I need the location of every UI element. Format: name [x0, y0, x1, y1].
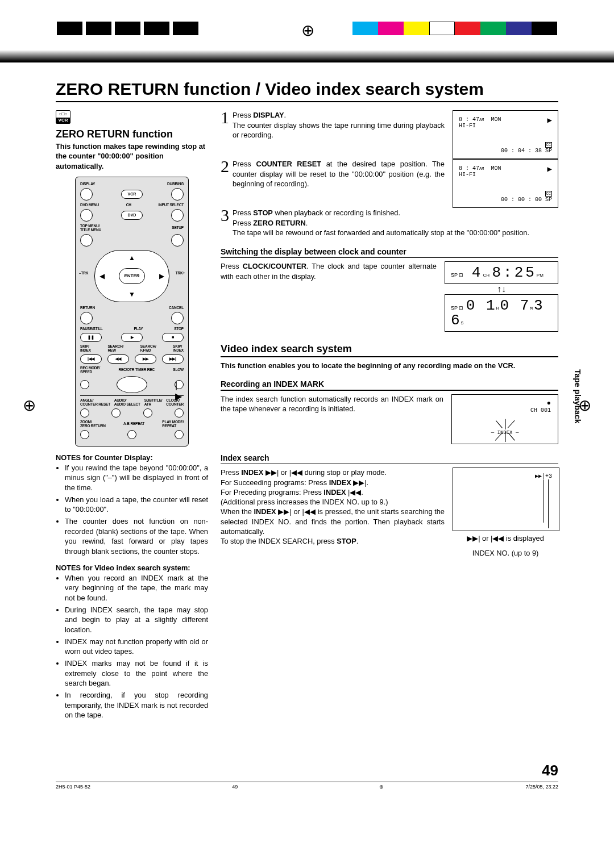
step-1: 1 Press DISPLAY. The counter display sho…	[221, 110, 445, 140]
print-registration-area: ⊕	[0, 0, 614, 62]
switch-display-heading: Switching the display between clock and …	[221, 247, 558, 256]
osd-caption-2: INDEX NO. (up to 9)	[453, 548, 558, 558]
title-rule	[56, 101, 558, 102]
osd-display-2: 8 : 47AM MON HI-FI ▶ CC00 : 00 : 00 SP	[453, 159, 558, 208]
section-rule	[221, 257, 558, 258]
osd-caption-1: ▶▶| or |◀◀ is displayed	[453, 533, 558, 543]
list-item: When you record an INDEX mark at the ver…	[65, 573, 208, 603]
index-search-text: Press INDEX ▶▶| or |◀◀ during stop or pl…	[221, 468, 445, 546]
play-icon: ▶	[547, 164, 552, 174]
osd-display-1: 8 : 47AM MON HI-FI ▶ CC00 : 04 : 38 SP	[453, 110, 558, 159]
section-rule	[221, 464, 558, 465]
section-rule	[221, 356, 558, 357]
step-2: 2 Press COUNTER RESET at the desired tap…	[221, 159, 445, 189]
recording-index-heading: Recording an INDEX MARK	[221, 379, 558, 389]
notes-counter-list: If you rewind the tape beyond "00:00:00"…	[56, 463, 208, 557]
density-bars-left	[57, 22, 198, 35]
list-item: The counter does not function on non-rec…	[65, 516, 208, 557]
notes-viss-heading: NOTES for Video index search system:	[56, 564, 208, 572]
page-title: ZERO RETURN function / Video index searc…	[56, 80, 558, 99]
section-rule	[221, 390, 558, 391]
updown-arrows-icon: ↑↓	[445, 284, 558, 294]
section-tab: Tape playback	[573, 369, 582, 423]
zero-return-intro: This function makes tape rewinding stop …	[56, 141, 208, 171]
osd-record-index: ● CH 001 ＼│／ — INDEX — ／│＼	[451, 394, 558, 444]
viss-heading: Video index search system	[221, 343, 558, 355]
vcr-badge-icon: ○□○ VCR	[56, 110, 70, 124]
vfd-clock: SP ⊡ 4CH 8:25PM	[445, 261, 558, 284]
index-search-heading: Index search	[221, 453, 558, 462]
notes-viss-list: When you record an INDEX mark at the ver…	[56, 573, 208, 720]
list-item: In recording, if you stop recording temp…	[65, 690, 208, 720]
play-icon: ▶	[547, 115, 552, 125]
zero-return-heading: ZERO RETURN function	[56, 128, 208, 140]
switch-display-text: Press CLOCK/COUNTER. The clock and tape …	[221, 261, 437, 281]
notes-counter-heading: NOTES for Counter Display:	[56, 453, 208, 462]
osd-index-search: ▶▶|+3	[453, 468, 559, 531]
list-item: If you rewind the tape beyond "00:00:00"…	[65, 463, 208, 493]
list-item: INDEX marks may not be found if it is ex…	[65, 658, 208, 688]
list-item: INDEX may not function properly with old…	[65, 637, 208, 657]
remote-control-diagram: DISPLAYDUBBING VCR DVD MENUCHINPUT SELEC…	[75, 177, 189, 446]
print-footer: 2H5-01 P45-52 49 ⊕ 7/25/05, 23:22	[56, 782, 558, 790]
list-item: During INDEX search, the tape may stop a…	[65, 605, 208, 635]
vfd-counter: SP ⊡ 0 1H0 7M3 6S	[445, 294, 558, 332]
list-item: When you load a tape, the counter will r…	[65, 495, 208, 515]
remote-dpad: ▲ ▼ ◀ ▶ ENTER –TRK TRK+	[94, 250, 169, 302]
step-3: 3 Press STOP when playback or recording …	[221, 208, 558, 238]
registration-mark-top: ⊕	[301, 23, 314, 39]
recording-index-text: The index search function automatically …	[221, 394, 443, 414]
cmyk-bars-right	[352, 22, 557, 35]
record-dot-icon: ●	[547, 399, 551, 407]
page-number: 49	[542, 762, 558, 779]
gradient-bar	[0, 50, 614, 62]
viss-intro: This function enables you to locate the …	[221, 361, 558, 370]
